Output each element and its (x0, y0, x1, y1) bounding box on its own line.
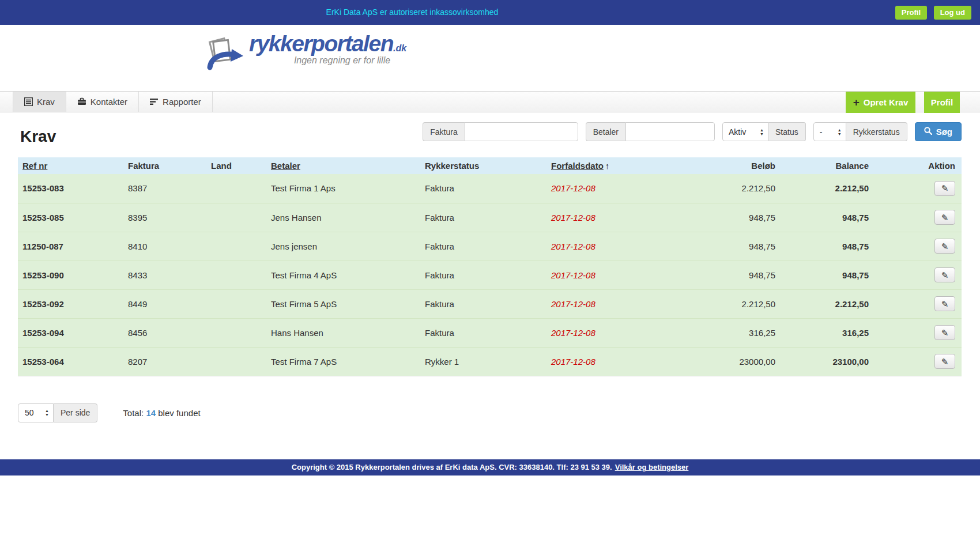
logout-button[interactable]: Log ud (934, 6, 971, 20)
cell-balance: 316,25 (780, 318, 873, 347)
cell-land (206, 347, 266, 376)
total-suffix: blev fundet (158, 408, 200, 418)
copyright-text: Copyright © 2015 Rykkerportalen drives a… (292, 463, 612, 471)
profil-button-nav[interactable]: Profil (924, 92, 960, 113)
logo-papers-arrow-icon (203, 35, 248, 78)
cell-balance: 23100,00 (780, 347, 873, 376)
cell-aktion: ✎ (873, 203, 962, 232)
cell-land (206, 261, 266, 289)
plus-icon: + (853, 97, 860, 108)
logo: rykkerportalen.dk Ingen regning er for l… (203, 32, 406, 78)
header-land: Land (206, 157, 266, 174)
header-aktion: Aktion (873, 157, 962, 174)
search-button-label: Søg (936, 127, 952, 137)
search-icon (924, 127, 932, 137)
pencil-icon: ✎ (941, 270, 949, 280)
nav-tab-kontakter[interactable]: Kontakter (66, 92, 139, 112)
pencil-icon: ✎ (941, 328, 949, 338)
report-bars-icon (150, 98, 159, 106)
brand-tagline: Ingen regning er for lille (249, 55, 406, 66)
cell-aktion: ✎ (873, 174, 962, 203)
edit-button[interactable]: ✎ (934, 354, 955, 369)
cell-faktura: 8395 (123, 203, 206, 232)
cell-rykkerstatus: Faktura (420, 289, 546, 318)
cell-rykkerstatus: Faktura (420, 232, 546, 261)
filter-bar: Faktura Betaler Aktiv Status - Rykkers (423, 122, 962, 141)
pencil-icon: ✎ (941, 299, 949, 309)
faktura-filter-label: Faktura (423, 122, 464, 141)
cell-land (206, 289, 266, 318)
cell-faktura: 8433 (123, 261, 206, 289)
footer-bar: Copyright © 2015 Rykkerportalen drives a… (0, 459, 980, 475)
cell-betaler: Test Firma 7 ApS (266, 347, 420, 376)
cell-belob: 316,25 (677, 318, 780, 347)
edit-button[interactable]: ✎ (934, 239, 955, 254)
rykkerstatus-filter-label: Rykkerstatus (846, 122, 907, 141)
briefcase-icon (77, 97, 86, 106)
edit-button[interactable]: ✎ (934, 267, 955, 282)
cell-forfaldsdato: 2017-12-08 (546, 261, 677, 289)
cell-ref: 15253-064 (18, 347, 123, 376)
cell-balance: 2.212,50 (780, 174, 873, 203)
table-row: 15253-0858395Jens HansenFaktura2017-12-0… (18, 203, 962, 232)
cell-forfaldsdato: 2017-12-08 (546, 203, 677, 232)
pencil-icon: ✎ (941, 241, 949, 251)
header-belob: Beløb (677, 157, 780, 174)
cell-rykkerstatus: Faktura (420, 203, 546, 232)
nav-tab-krav[interactable]: Krav (13, 92, 66, 112)
table-row: 15253-0838387Test Firma 1 ApsFaktura2017… (18, 174, 962, 203)
per-page-group: 50 Per side (18, 403, 97, 422)
faktura-filter-input[interactable] (465, 122, 578, 141)
main-content: Krav Faktura Betaler Aktiv Status - (0, 112, 980, 422)
cell-ref: 15253-085 (18, 203, 123, 232)
header-ref-nr[interactable]: Ref nr (18, 157, 123, 174)
cell-betaler: Jens Hansen (266, 203, 420, 232)
per-side-label: Per side (54, 403, 97, 422)
cell-rykkerstatus: Faktura (420, 318, 546, 347)
cell-rykkerstatus: Rykker 1 (420, 347, 546, 376)
nav-tab-rapporter[interactable]: Rapporter (139, 92, 213, 112)
betaler-filter-label: Betaler (586, 122, 625, 141)
faktura-filter-group: Faktura (423, 122, 578, 141)
rykkerstatus-select[interactable]: - (813, 122, 846, 141)
cell-land (206, 174, 266, 203)
edit-button[interactable]: ✎ (934, 296, 955, 311)
top-bar: ErKi Data ApS er autoriseret inkassovirk… (0, 0, 980, 25)
cell-rykkerstatus: Faktura (420, 261, 546, 289)
cell-balance: 2.212,50 (780, 289, 873, 318)
stepper-icon (838, 128, 842, 136)
cell-forfaldsdato: 2017-12-08 (546, 174, 677, 203)
betaler-filter-input[interactable] (625, 122, 715, 141)
cell-ref: 11250-087 (18, 232, 123, 261)
cell-balance: 948,75 (780, 203, 873, 232)
edit-button[interactable]: ✎ (934, 181, 955, 196)
nav-tab-label: Kontakter (91, 97, 127, 107)
cell-belob: 2.212,50 (677, 174, 780, 203)
status-select[interactable]: Aktiv (722, 122, 768, 141)
edit-button[interactable]: ✎ (934, 325, 955, 340)
table-row: 15253-0648207Test Firma 7 ApSRykker 1201… (18, 347, 962, 376)
cell-betaler: Jens jensen (266, 232, 420, 261)
terms-link[interactable]: Vilkår og betingelser (615, 463, 689, 471)
cell-faktura: 8387 (123, 174, 206, 203)
betaler-filter-group: Betaler (586, 122, 715, 141)
opret-krav-button[interactable]: + Opret Krav (846, 92, 915, 113)
cell-ref: 15253-083 (18, 174, 123, 203)
cell-betaler: Test Firma 5 ApS (266, 289, 420, 318)
search-button[interactable]: Søg (915, 122, 962, 141)
table-row: 11250-0878410Jens jensenFaktura2017-12-0… (18, 232, 962, 261)
cell-ref: 15253-092 (18, 289, 123, 318)
profil-button-top[interactable]: Profil (895, 6, 927, 20)
cell-aktion: ✎ (873, 261, 962, 289)
header-betaler[interactable]: Betaler (266, 157, 420, 174)
per-page-select[interactable]: 50 (18, 403, 54, 422)
cell-ref: 15253-094 (18, 318, 123, 347)
rykkerstatus-select-value: - (820, 127, 823, 137)
cell-belob: 23000,00 (677, 347, 780, 376)
header-forfaldsdato[interactable]: Forfaldsdato↑ (546, 157, 677, 174)
header-faktura: Faktura (123, 157, 206, 174)
cell-belob: 948,75 (677, 203, 780, 232)
edit-button[interactable]: ✎ (934, 210, 955, 225)
status-select-value: Aktiv (729, 127, 746, 137)
table-header-row: Ref nr Faktura Land Betaler Rykkerstatus… (18, 157, 962, 174)
